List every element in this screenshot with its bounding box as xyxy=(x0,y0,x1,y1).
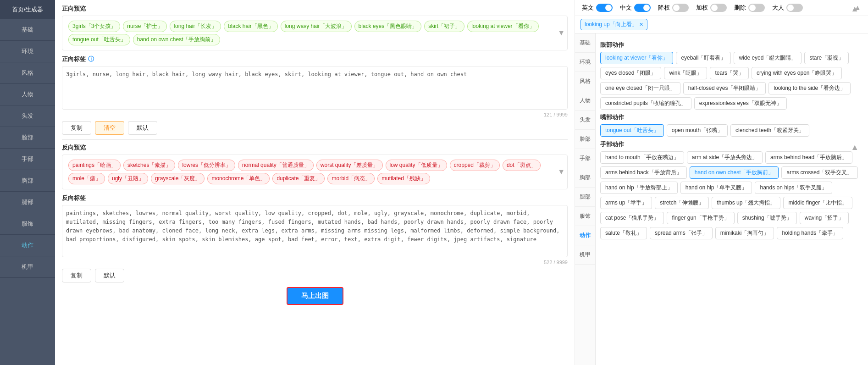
sidebar-item-服饰[interactable]: 服饰 xyxy=(0,213,55,235)
category-item-人物[interactable]: 人物 xyxy=(575,91,595,111)
tag-spread arms[interactable]: spread arms「张手」 xyxy=(650,227,713,239)
forward-preview-tag[interactable]: long wavy hair「大波浪」 xyxy=(281,21,352,32)
category-item-服饰[interactable]: 服饰 xyxy=(575,207,595,226)
tag-mimikaki[interactable]: mimikaki「掏耳勺」 xyxy=(715,227,774,239)
tag-waving[interactable]: waving「招手」 xyxy=(800,212,849,224)
category-item-头发[interactable]: 头发 xyxy=(575,111,595,130)
sidebar-item-机甲[interactable]: 机甲 xyxy=(0,256,55,278)
reverse-preview-tag[interactable]: paintings「绘画」 xyxy=(68,160,121,171)
sidebar-item-动作[interactable]: 动作 xyxy=(0,235,55,256)
forward-info-icon[interactable]: ⓘ xyxy=(88,55,94,63)
looking-up-tag[interactable]: looking up「向上看」 ✕ xyxy=(581,19,647,30)
toggle-lower[interactable] xyxy=(672,4,689,12)
tag-arms up[interactable]: arms up「举手」 xyxy=(600,197,652,209)
tag-shushing[interactable]: shushing「嘘手势」 xyxy=(737,212,797,224)
reverse-preview-tag[interactable]: cropped「裁剪」 xyxy=(450,160,500,171)
reverse-preview-tag[interactable]: lowres「低分辨率」 xyxy=(178,160,235,171)
toggle-delete[interactable] xyxy=(748,4,765,12)
tag-arms crossed[interactable]: arms crossed「双手交叉」 xyxy=(781,166,857,179)
tag-expressionless eyes[interactable]: expressionless eyes「双眼无神」 xyxy=(694,97,787,110)
reverse-preview-tag[interactable]: duplicate「重复」 xyxy=(272,173,325,184)
reverse-preview-tag[interactable]: grayscale「灰度」 xyxy=(151,173,205,184)
tag-open mouth[interactable]: open mouth「张嘴」 xyxy=(667,124,728,137)
tag-hand on hip[interactable]: hand on hip「手放臀部上」 xyxy=(600,182,678,194)
tag-holding hands[interactable]: holding hands「牵手」 xyxy=(777,227,843,239)
tag-arms behind head[interactable]: arms behind head「手放脑后」 xyxy=(765,151,852,164)
tag-arms behind back[interactable]: arms behind back「手放背后」 xyxy=(600,166,687,179)
forward-copy-button[interactable]: 复制 xyxy=(62,121,91,135)
category-item-腿部[interactable]: 腿部 xyxy=(575,188,595,207)
reverse-preview-tag[interactable]: normal quality「普通质量」 xyxy=(238,160,314,171)
sidebar-item-环境[interactable]: 环境 xyxy=(0,41,55,62)
sidebar-item-人物[interactable]: 人物 xyxy=(0,84,55,105)
tag-one eye closed[interactable]: one eye closed「闭一只眼」 xyxy=(600,82,680,94)
category-item-风格[interactable]: 风格 xyxy=(575,72,595,91)
reverse-copy-button[interactable]: 复制 xyxy=(62,269,91,282)
forward-preview-tag[interactable]: skirt「裙子」 xyxy=(424,21,464,32)
tag-looking to the side[interactable]: looking to the side「看旁边」 xyxy=(768,82,851,94)
reverse-preview-tag[interactable]: low quality「低质量」 xyxy=(386,160,447,171)
forward-clear-button[interactable]: 清空 xyxy=(95,121,124,135)
toggle-adult[interactable] xyxy=(786,4,803,12)
category-item-环境[interactable]: 环境 xyxy=(575,53,595,72)
sidebar-item-腿部[interactable]: 腿部 xyxy=(0,192,55,213)
forward-preview-tag[interactable]: looking at viewer「看你」 xyxy=(467,21,538,32)
generate-button[interactable]: 马上出图 xyxy=(287,287,343,305)
tag-middle finger[interactable]: middle finger「比中指」 xyxy=(783,197,852,209)
reverse-preview-tag[interactable]: sketches「素描」 xyxy=(123,160,175,171)
reverse-preview-tag[interactable]: mutilated「残缺」 xyxy=(377,173,430,184)
sidebar-item-手部[interactable]: 手部 xyxy=(0,149,55,170)
toggle-upper[interactable] xyxy=(710,4,727,12)
tag-hand on hip[interactable]: hand on hip「单手叉腰」 xyxy=(680,182,752,194)
toggle-cn[interactable] xyxy=(634,4,651,12)
forward-preview-tag[interactable]: hand on own chest「手放胸前」 xyxy=(133,34,221,45)
tag-cat pose[interactable]: cat pose「猫爪手势」 xyxy=(600,212,664,224)
tag-salute[interactable]: salute「敬礼」 xyxy=(600,227,647,239)
forward-preview-tag[interactable]: black eyes「黑色眼睛」 xyxy=(354,21,422,32)
tag-hand to mouth[interactable]: hand to mouth「手放在嘴边」 xyxy=(600,151,684,164)
tag-constricted pupils[interactable]: constricted pupils「收缩的瞳孔」 xyxy=(600,97,691,110)
tag-wink[interactable]: wink「眨眼」 xyxy=(664,67,707,79)
category-item-动作[interactable]: 动作 xyxy=(575,226,595,245)
category-item-胸部[interactable]: 胸部 xyxy=(575,168,595,188)
reverse-prompt-textarea[interactable] xyxy=(62,205,568,257)
tag-tears[interactable]: tears「哭」 xyxy=(710,67,749,79)
sidebar-item-基础[interactable]: 基础 xyxy=(0,19,55,41)
tag-tongue out[interactable]: tongue out「吐舌头」 xyxy=(600,124,664,137)
reverse-default-button[interactable]: 默认 xyxy=(95,269,124,282)
looking-up-close[interactable]: ✕ xyxy=(639,22,643,28)
forward-default-button[interactable]: 默认 xyxy=(128,121,157,135)
forward-preview-tag[interactable]: nurse「护士」 xyxy=(123,21,167,32)
tag-eyes closed[interactable]: eyes closed「闭眼」 xyxy=(600,67,661,79)
tag-looking at viewer[interactable]: looking at viewer「看你」 xyxy=(600,52,673,64)
tag-eyeball[interactable]: eyeball「盯着看」 xyxy=(676,52,731,64)
tag-thumbs up[interactable]: thumbs up「翘大拇指」 xyxy=(712,197,780,209)
tag-arm at side[interactable]: arm at side「手放头旁边」 xyxy=(687,151,763,164)
tag-finger gun[interactable]: finger gun「手枪手势」 xyxy=(667,212,734,224)
tag-clenched teeth[interactable]: clenched teeth「咬紧牙关」 xyxy=(730,124,809,137)
sidebar-item-风格[interactable]: 风格 xyxy=(0,62,55,84)
tag-stretch[interactable]: stretch「伸懒腰」 xyxy=(655,197,709,209)
category-item-手部[interactable]: 手部 xyxy=(575,149,595,168)
forward-preview-tag[interactable]: black hair「黑色」 xyxy=(224,21,277,32)
tag-half-closed eyes[interactable]: half-closed eyes「半闭眼睛」 xyxy=(683,82,766,94)
sidebar-item-脸部[interactable]: 脸部 xyxy=(0,127,55,149)
forward-prompt-textarea[interactable] xyxy=(62,66,568,110)
reverse-preview-tag[interactable]: mole「痣」 xyxy=(68,173,105,184)
tag-hand on own chest[interactable]: hand on own chest「手放胸前」 xyxy=(690,166,779,179)
reverse-preview-tag[interactable]: ugly「丑陋」 xyxy=(108,173,148,184)
tag-wide eyed[interactable]: wide eyed「瞪大眼睛」 xyxy=(734,52,802,64)
forward-preview-tag[interactable]: 3girls「3个女孩」 xyxy=(68,21,120,32)
reverse-preview-tag[interactable]: monochrome「单色」 xyxy=(207,173,270,184)
forward-preview-tag[interactable]: long hair「长发」 xyxy=(170,21,221,32)
tag-stare[interactable]: stare「凝视」 xyxy=(804,52,849,64)
sidebar-item-胸部[interactable]: 胸部 xyxy=(0,170,55,192)
tag-crying with eyes open[interactable]: crying with eyes open「睁眼哭」 xyxy=(752,67,842,79)
category-item-脸部[interactable]: 脸部 xyxy=(575,130,595,149)
category-item-基础[interactable]: 基础 xyxy=(575,33,595,53)
sidebar-item-头发[interactable]: 头发 xyxy=(0,105,55,127)
reverse-preview-tag[interactable]: dot「斑点」 xyxy=(503,160,541,171)
toggle-en[interactable] xyxy=(596,4,613,12)
reverse-preview-tag[interactable]: worst quality「差质量」 xyxy=(316,160,383,171)
reverse-preview-tag[interactable]: morbid「病态」 xyxy=(327,173,375,184)
